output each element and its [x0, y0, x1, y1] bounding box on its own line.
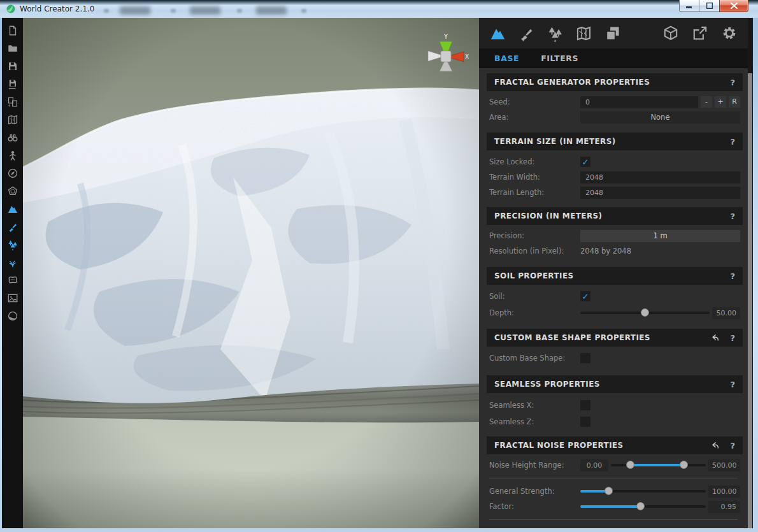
undo-button[interactable] [709, 333, 721, 343]
noise-height-min-value[interactable]: 0.00 [580, 459, 608, 471]
panel-toolbar-paintbrush-icon[interactable] [515, 22, 537, 44]
orientation-gizmo[interactable]: Y X [422, 31, 470, 79]
toolbar-mountain-icon[interactable] [6, 203, 19, 215]
toolbar-trees-icon[interactable] [6, 239, 19, 250]
panel-toolbar [479, 18, 748, 48]
toolbar-file-transfer-icon[interactable] [6, 96, 19, 108]
terrain-width-input[interactable] [580, 171, 740, 183]
minimize-button[interactable] [679, 0, 699, 12]
toolbar-save-icon[interactable] [6, 61, 19, 72]
section-title: TERRAIN SIZE (IN METERS) [494, 137, 729, 146]
toolbar-map-icon[interactable] [6, 114, 19, 126]
section-title: CUSTOM BASE SHAPE PROPERTIES [494, 333, 709, 342]
seed-row: Seed: - + R [479, 96, 748, 108]
background-tab-blur [190, 6, 220, 15]
panel-toolbar-map-icon[interactable] [573, 22, 594, 44]
section-title: SOIL PROPERTIES [494, 271, 729, 280]
toolbar-gem-icon[interactable] [6, 185, 19, 197]
precision-dropdown[interactable]: 1 m [580, 230, 740, 242]
toolbar-binoculars-icon[interactable] [6, 132, 19, 143]
depth-slider[interactable] [580, 308, 710, 317]
panel-tabs: BASE FILTERS [479, 48, 748, 68]
background-tab-blur [120, 6, 150, 15]
terrain-length-row: Terrain Length: [479, 186, 748, 199]
noise-height-max-value[interactable]: 500.00 [708, 459, 740, 471]
undo-button[interactable] [709, 441, 721, 450]
tab-base[interactable]: BASE [494, 54, 519, 63]
toolbar-paintbrush-icon[interactable] [6, 221, 19, 233]
background-tab-blur [104, 9, 109, 13]
seed-input[interactable] [580, 96, 698, 108]
soil-checkbox[interactable]: ✓ [580, 291, 590, 301]
help-button[interactable]: ? [729, 212, 736, 221]
section-custom-base-shape-header: CUSTOM BASE SHAPE PROPERTIES ? [487, 329, 743, 347]
toolbar-grass-icon[interactable] [6, 257, 19, 268]
panel-toolbar-layers-icon[interactable] [601, 22, 623, 44]
window-title: World Creator 2.1.0 [20, 4, 94, 13]
maximize-button[interactable] [699, 0, 719, 12]
panel-toolbar-trees-icon[interactable] [544, 22, 566, 44]
panel-toolbar-mountain-icon[interactable] [487, 22, 508, 44]
precision-row: Precision: 1 m [479, 229, 748, 242]
depth-value[interactable]: 50.00 [712, 307, 740, 319]
seamless-x-checkbox[interactable] [580, 400, 590, 410]
factor-row: Factor: 0.95 [479, 500, 748, 513]
seamless-z-checkbox[interactable] [580, 417, 590, 427]
panel-content: FRACTAL GENERATOR PROPERTIES ? Seed: - +… [479, 68, 748, 528]
factor-value[interactable]: 0.95 [708, 501, 740, 513]
soil-row: Soil: ✓ [479, 290, 748, 303]
terrain-width-label: Terrain Width: [489, 173, 580, 182]
seamless-z-label: Seamless Z: [489, 417, 580, 426]
toolbar-terrain-outline-icon[interactable] [6, 275, 19, 286]
panel-toolbar-box-icon[interactable] [660, 22, 682, 44]
factor-slider[interactable] [580, 502, 706, 511]
toolbar-globe-icon[interactable] [6, 310, 19, 322]
seed-label: Seed: [489, 97, 580, 106]
terrain-length-input[interactable] [580, 187, 740, 199]
viewport-3d[interactable]: Y X [23, 18, 479, 528]
terrain-length-label: Terrain Length: [489, 188, 580, 197]
seamless-z-row: Seamless Z: [479, 415, 748, 428]
help-button[interactable]: ? [729, 441, 736, 450]
seed-increment-button[interactable]: + [715, 96, 726, 108]
help-button[interactable]: ? [729, 380, 736, 389]
app-content: Y X BASE FILTERS FRACTAL GENERATOR PROPE… [2, 18, 753, 528]
help-button[interactable]: ? [729, 78, 736, 87]
resolution-value: 2048 by 2048 [580, 247, 631, 255]
depth-label: Depth: [489, 308, 580, 317]
toolbar-save-as-icon[interactable] [6, 78, 19, 90]
section-fractal-noise-header: FRACTAL NOISE PROPERTIES ? [487, 436, 743, 454]
titlebar[interactable]: World Creator 2.1.0 [0, 0, 758, 18]
help-button[interactable]: ? [729, 271, 736, 281]
seed-decrement-button[interactable]: - [701, 96, 712, 108]
background-tab-blur [237, 9, 242, 13]
area-label: Area: [489, 113, 580, 122]
general-strength-label: General Strength: [489, 487, 580, 496]
area-button[interactable]: None [580, 111, 740, 124]
toolbar-new-file-icon[interactable] [6, 25, 19, 36]
seed-random-button[interactable]: R [729, 96, 740, 108]
panel-toolbar-share-icon[interactable] [689, 22, 711, 44]
resolution-label: Resolution (in Pixel): [489, 247, 580, 255]
general-strength-value[interactable]: 100.00 [708, 485, 740, 498]
noise-height-range-row: Noise Height Range: 0.00 500.00 [479, 459, 748, 471]
custom-base-shape-checkbox[interactable] [580, 353, 590, 363]
toolbar-open-folder-icon[interactable] [6, 43, 19, 54]
scrollbar-thumb[interactable] [748, 73, 752, 528]
size-locked-checkbox[interactable]: ✓ [580, 157, 590, 167]
toolbar-image-icon[interactable] [6, 292, 19, 304]
toolbar-compass-icon[interactable] [6, 168, 19, 179]
help-button[interactable]: ? [729, 333, 736, 343]
gizmo-x-label: X [465, 54, 469, 60]
noise-height-range-slider[interactable] [611, 461, 706, 470]
app-window: World Creator 2.1.0 [0, 0, 758, 532]
app-icon[interactable] [6, 4, 16, 14]
panel-scrollbar[interactable] [748, 73, 752, 528]
close-button[interactable] [719, 0, 748, 12]
toolbar-character-icon[interactable] [6, 150, 19, 161]
help-button[interactable]: ? [729, 137, 736, 147]
tab-filters[interactable]: FILTERS [541, 54, 578, 63]
panel-toolbar-gear-icon[interactable] [719, 22, 740, 44]
general-strength-slider[interactable] [580, 487, 706, 496]
terrain-render[interactable] [23, 18, 479, 528]
